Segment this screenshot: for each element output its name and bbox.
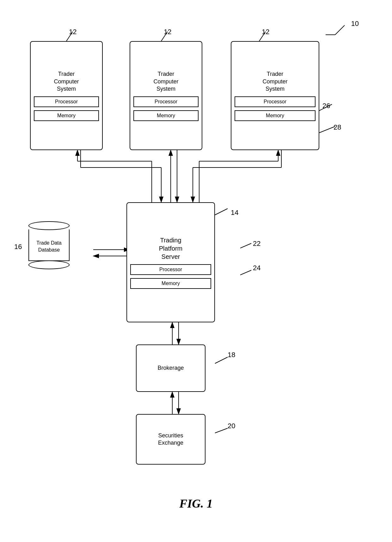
trader-3-memory: Memory — [235, 110, 315, 121]
securities-exchange-title: SecuritiesExchange — [156, 430, 185, 449]
ref-label-18: 18 — [228, 351, 235, 359]
trader-computer-1: TraderComputerSystem Processor Memory — [30, 41, 103, 150]
trader-computer-3: TraderComputerSystem Processor Memory — [231, 41, 319, 150]
ref-label-22: 22 — [253, 240, 260, 248]
svg-line-30 — [215, 357, 228, 363]
ref-label-26: 26 — [322, 102, 330, 110]
ref-label-20: 20 — [228, 422, 235, 430]
cylinder-top — [28, 221, 70, 230]
securities-exchange-box: SecuritiesExchange — [136, 414, 205, 465]
cylinder-bottom — [28, 260, 70, 269]
ref-label-12-3: 12 — [262, 28, 269, 36]
trading-platform-title: TradingPlatformServer — [157, 234, 184, 263]
brokerage-title: Brokerage — [156, 362, 186, 374]
brokerage-box: Brokerage — [136, 344, 205, 392]
svg-line-31 — [215, 428, 228, 433]
svg-line-28 — [215, 209, 228, 215]
ref-label-12-2: 12 — [164, 28, 171, 36]
trader-2-processor: Processor — [133, 96, 199, 107]
svg-line-35 — [319, 126, 335, 133]
trader-1-title: TraderComputerSystem — [52, 69, 81, 94]
svg-line-2 — [335, 25, 345, 35]
diagram-container: 10 12 12 12 TraderComputerSystem Process… — [0, 0, 392, 542]
trader-1-memory: Memory — [34, 110, 99, 121]
trading-platform-server: TradingPlatformServer Processor Memory — [126, 202, 215, 322]
trader-2-memory: Memory — [133, 110, 199, 121]
ref-label-12-1: 12 — [69, 28, 77, 36]
trader-3-title: TraderComputerSystem — [260, 69, 289, 94]
trader-computer-2: TraderComputerSystem Processor Memory — [130, 41, 202, 150]
cylinder-body: Trade DataDatabase — [28, 229, 70, 261]
trader-2-title: TraderComputerSystem — [151, 69, 180, 94]
ref-label-28: 28 — [334, 123, 341, 131]
ref-label-16: 16 — [14, 243, 22, 251]
trade-data-database: Trade DataDatabase — [28, 221, 70, 269]
trading-platform-processor: Processor — [130, 264, 211, 275]
ref-label-24: 24 — [253, 264, 260, 272]
trader-3-processor: Processor — [235, 96, 315, 107]
trading-platform-memory: Memory — [130, 278, 211, 289]
svg-line-32 — [240, 243, 251, 248]
trader-1-processor: Processor — [34, 96, 99, 107]
ref-label-10: 10 — [351, 20, 359, 28]
trade-db-label: Trade DataDatabase — [36, 236, 61, 254]
figure-label: FIG. 1 — [179, 496, 213, 510]
svg-line-33 — [240, 270, 251, 275]
ref-label-14: 14 — [231, 209, 238, 217]
